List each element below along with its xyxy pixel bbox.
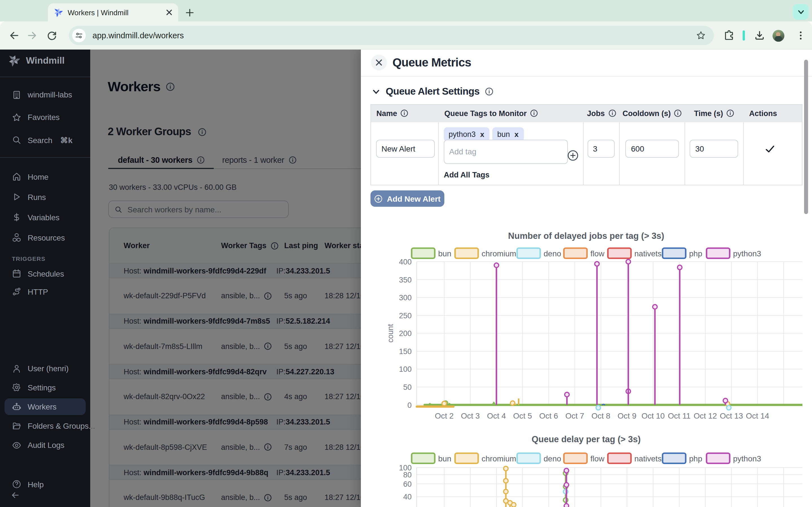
svg-text:Oct 11: Oct 11 bbox=[668, 411, 691, 420]
svg-text:80: 80 bbox=[403, 471, 412, 479]
sidebar-item-resources[interactable]: Resources bbox=[0, 229, 90, 246]
tab-close-icon[interactable] bbox=[166, 9, 172, 16]
sidebar-item-variables[interactable]: Variables bbox=[0, 209, 90, 226]
sidebar-item-help[interactable]: Help bbox=[0, 477, 90, 492]
extension-pin-indicator bbox=[743, 31, 745, 41]
jobs-input[interactable]: 3 bbox=[587, 139, 614, 158]
svg-text:50: 50 bbox=[403, 383, 412, 392]
drawer-close-button[interactable] bbox=[371, 54, 387, 70]
delayed-jobs-chart: Number of delayed jobs per tag (> 3s)bun… bbox=[370, 225, 802, 424]
add-all-tags-link[interactable]: Add All Tags bbox=[444, 170, 490, 179]
svg-text:python3: python3 bbox=[733, 454, 761, 463]
sidebar-divider bbox=[0, 76, 90, 77]
bookmark-star-icon[interactable] bbox=[696, 31, 706, 41]
screen: Workers | Windmill bbox=[0, 0, 812, 507]
folder-open-icon bbox=[12, 421, 21, 431]
svg-text:Oct 4: Oct 4 bbox=[487, 411, 506, 420]
queue-alerts-table-header: Name Queue Tags to Monitor Jobs Cooldown… bbox=[371, 105, 802, 122]
sidebar-item-schedules[interactable]: Schedules bbox=[0, 265, 90, 282]
sidebar-item-runs[interactable]: Runs bbox=[0, 188, 90, 205]
info-icon[interactable] bbox=[608, 110, 616, 117]
sidebar-item-audit-logs[interactable]: Audit Logs bbox=[0, 437, 90, 453]
queue-alert-settings-toggle[interactable]: Queue Alert Settings bbox=[372, 86, 494, 98]
cooldown-input[interactable]: 600 bbox=[625, 139, 679, 158]
new-tab-button[interactable] bbox=[183, 6, 196, 18]
site-settings-icon[interactable] bbox=[72, 29, 86, 42]
info-icon[interactable] bbox=[726, 110, 734, 117]
sidebar-item-favorites[interactable]: Favorites bbox=[0, 109, 90, 126]
drawer-scrollbar[interactable] bbox=[804, 60, 808, 214]
add-tag-input[interactable]: Add tag bbox=[444, 139, 567, 164]
gear-icon bbox=[12, 383, 21, 392]
svg-text:60: 60 bbox=[403, 480, 412, 489]
browser-tab[interactable]: Workers | Windmill bbox=[48, 3, 178, 21]
info-icon[interactable] bbox=[401, 110, 409, 117]
browser-menu-icon[interactable] bbox=[795, 30, 806, 41]
forward-icon[interactable] bbox=[27, 30, 38, 41]
url-text[interactable]: app.windmill.dev/workers bbox=[93, 31, 696, 40]
sidebar-item-label: Runs bbox=[28, 192, 46, 202]
svg-text:40: 40 bbox=[403, 493, 412, 501]
collapse-sidebar-icon[interactable] bbox=[11, 491, 20, 500]
url-bar[interactable]: app.windmill.dev/workers bbox=[69, 26, 714, 45]
alert-name-cell: New Alert bbox=[371, 122, 439, 185]
sidebar-item-workspace[interactable]: windmill-labs bbox=[0, 86, 90, 103]
svg-text:php: php bbox=[689, 454, 702, 463]
info-icon[interactable] bbox=[674, 110, 682, 117]
remove-tag-icon[interactable]: x bbox=[480, 130, 484, 138]
info-icon[interactable] bbox=[530, 110, 538, 117]
sidebar-item-label: Search bbox=[28, 135, 52, 145]
sidebar-item-label: Schedules bbox=[28, 269, 64, 278]
svg-text:Oct 6: Oct 6 bbox=[539, 411, 558, 420]
alert-actions-cell bbox=[744, 122, 802, 185]
sidebar-logo-label: Windmill bbox=[26, 55, 64, 66]
sidebar-item-label: Folders & Groups... bbox=[28, 421, 95, 431]
search-icon bbox=[12, 135, 21, 145]
alert-name-input[interactable]: New Alert bbox=[376, 139, 435, 158]
boxes-icon bbox=[12, 233, 21, 242]
svg-text:Oct 3: Oct 3 bbox=[461, 411, 480, 420]
sidebar-logo[interactable]: Windmill bbox=[8, 55, 64, 66]
info-icon[interactable] bbox=[485, 87, 494, 96]
back-icon[interactable] bbox=[8, 30, 20, 41]
extensions-icon[interactable] bbox=[723, 30, 735, 41]
alerts-col-name: Name bbox=[371, 105, 439, 122]
profile-avatar[interactable] bbox=[772, 30, 784, 41]
star-icon bbox=[12, 112, 21, 122]
browser-tab-strip: Workers | Windmill bbox=[0, 0, 812, 21]
alerts-col-queue-tags-to-monitor: Queue Tags to Monitor bbox=[439, 105, 583, 122]
sidebar-item-folders[interactable]: Folders & Groups... bbox=[0, 417, 90, 434]
alert-cooldown-cell: 600 bbox=[620, 122, 685, 185]
tag-chip-bun[interactable]: bunx bbox=[492, 127, 524, 141]
sidebar-item-label: Home bbox=[28, 172, 49, 181]
reload-icon[interactable] bbox=[46, 30, 57, 41]
queue-alerts-table: Name Queue Tags to Monitor Jobs Cooldown… bbox=[370, 104, 802, 185]
queue-alert-row: New Alert python3xbunx Add tag Add All T… bbox=[371, 122, 802, 185]
help-circle-icon bbox=[12, 480, 21, 489]
download-icon[interactable] bbox=[754, 30, 765, 41]
svg-text:150: 150 bbox=[399, 347, 412, 356]
tab-search-chevron-button[interactable] bbox=[793, 4, 809, 20]
sidebar-item-search[interactable]: Search ⌘k bbox=[0, 131, 90, 149]
tab-title: Workers | Windmill bbox=[68, 8, 166, 17]
sidebar-item-workers[interactable]: Workers bbox=[0, 398, 90, 415]
sidebar-item-user[interactable]: User (henri) bbox=[0, 360, 90, 377]
drawer-title: Queue Metrics bbox=[393, 54, 471, 70]
add-tag-plus-icon[interactable] bbox=[567, 149, 579, 161]
play-icon bbox=[12, 192, 21, 202]
drawer-header-divider bbox=[361, 76, 812, 76]
svg-text:flow: flow bbox=[591, 249, 605, 258]
svg-text:chromium: chromium bbox=[481, 454, 516, 463]
remove-tag-icon[interactable]: x bbox=[515, 130, 518, 138]
search-shortcut: ⌘k bbox=[60, 135, 73, 145]
sidebar-item-http[interactable]: HTTP bbox=[0, 283, 90, 300]
sidebar-item-label: Variables bbox=[28, 213, 59, 222]
sidebar-item-settings[interactable]: Settings bbox=[0, 379, 90, 396]
svg-text:Number of delayed jobs per tag: Number of delayed jobs per tag (> 3s) bbox=[508, 231, 664, 241]
svg-text:100: 100 bbox=[399, 365, 412, 374]
add-new-alert-button[interactable]: Add New Alert bbox=[370, 190, 444, 207]
tag-chip-python3[interactable]: python3x bbox=[444, 127, 490, 141]
sidebar-item-home[interactable]: Home bbox=[0, 168, 90, 185]
time-input[interactable]: 30 bbox=[690, 139, 738, 158]
confirm-check-icon[interactable] bbox=[765, 144, 774, 154]
